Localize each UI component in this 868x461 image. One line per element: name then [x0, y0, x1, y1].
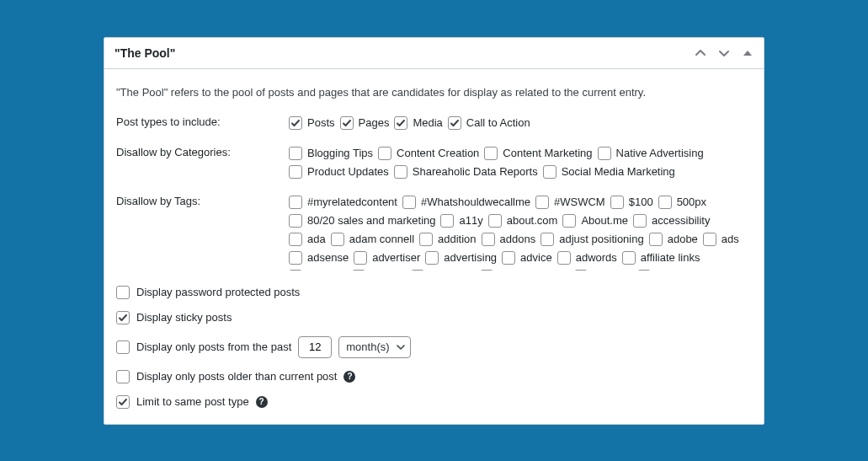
categories-list-item: Social Media Marketing: [543, 164, 675, 180]
help-icon[interactable]: ?: [256, 396, 268, 408]
checkbox[interactable]: [440, 214, 454, 228]
past-unit-value: month(s): [346, 340, 389, 353]
checkbox-label: Native Advertising: [616, 146, 704, 161]
checkbox[interactable]: [482, 233, 495, 246]
checkbox[interactable]: [425, 251, 439, 265]
move-down-icon[interactable]: [718, 47, 730, 59]
past-number-input[interactable]: [298, 336, 332, 358]
tags-list-item: affiliates: [289, 269, 347, 271]
checkbox[interactable]: [378, 147, 391, 160]
checkbox[interactable]: [289, 270, 302, 271]
same-type-label: Limit to same post type: [136, 395, 249, 408]
checkbox[interactable]: [331, 233, 344, 246]
checkbox[interactable]: [574, 270, 588, 271]
sticky-checkbox[interactable]: [116, 311, 130, 324]
checkbox-label: Posts: [307, 115, 335, 131]
checkbox-label: Shareaholic Data Reports: [413, 164, 538, 180]
checkbox[interactable]: [633, 214, 647, 228]
categories-list-item: Native Advertising: [598, 146, 704, 161]
post-types-list: PostsPagesMediaCall to Action: [289, 115, 752, 131]
checkbox[interactable]: [402, 196, 416, 209]
tags-list-item: affiliate links: [622, 250, 700, 265]
tags-list-item: a11y: [440, 213, 482, 228]
past-checkbox[interactable]: [116, 340, 130, 354]
categories-list-item: Shareaholic Data Reports: [394, 164, 538, 180]
tags-list-item: american express: [637, 269, 743, 271]
checkbox-label: Social Media Marketing: [562, 164, 675, 180]
checkbox[interactable]: [448, 116, 461, 130]
panel-header-actions: [695, 47, 754, 59]
checkbox[interactable]: [622, 251, 636, 265]
checkbox[interactable]: [637, 270, 651, 271]
checkbox[interactable]: [480, 270, 493, 271]
checkbox[interactable]: [289, 165, 302, 179]
checkbox[interactable]: [419, 233, 433, 246]
chevron-down-icon: [397, 343, 405, 351]
tags-label: Disallow by Tags:: [116, 195, 289, 207]
checkbox[interactable]: [289, 233, 302, 246]
older-than-checkbox[interactable]: [116, 370, 130, 383]
password-protected-checkbox[interactable]: [116, 286, 130, 299]
checkbox[interactable]: [411, 270, 424, 271]
checkbox[interactable]: [543, 165, 556, 179]
post-types-list-item: Call to Action: [448, 115, 530, 131]
checkbox[interactable]: [658, 196, 672, 209]
tags-list-item: 80/20 sales and marketing: [289, 213, 435, 228]
checkbox-label: affiliate links: [641, 250, 700, 265]
post-types-list-item: Media: [394, 115, 442, 131]
checkbox[interactable]: [610, 196, 624, 209]
checkbox[interactable]: [535, 196, 549, 209]
checkbox[interactable]: [289, 147, 302, 160]
checkbox[interactable]: [562, 214, 576, 228]
checkbox-label: $100: [629, 195, 653, 210]
tags-list-item: advertiser: [354, 250, 420, 265]
checkbox-label: algorithm: [429, 269, 474, 271]
same-type-checkbox[interactable]: [116, 395, 130, 409]
checkbox-label: 80/20 sales and marketing: [307, 213, 435, 228]
post-types-label: Post types to include:: [116, 115, 289, 128]
checkbox[interactable]: [394, 165, 407, 179]
checkbox[interactable]: [484, 147, 498, 160]
tags-list: #myrelatedcontent#Whatshouldwecallme#WSW…: [289, 195, 752, 271]
checkbox[interactable]: [354, 251, 367, 265]
checkbox[interactable]: [541, 233, 554, 246]
tags-list-item: accessibility: [633, 213, 710, 228]
tags-list-item: advertising: [425, 250, 497, 265]
checkbox[interactable]: [394, 116, 407, 130]
checkbox[interactable]: [598, 147, 611, 160]
tags-list-item: adjust positioning: [541, 232, 643, 247]
checkbox[interactable]: [703, 233, 716, 246]
panel-title: "The Pool": [114, 46, 175, 60]
tags-list-item: #WSWCM: [535, 195, 605, 210]
checkbox[interactable]: [557, 251, 571, 265]
past-unit-select[interactable]: month(s): [338, 336, 410, 358]
checkbox-label: Media: [413, 115, 442, 131]
checkbox[interactable]: [289, 251, 302, 265]
checkbox-label: #Whatshouldwecallme: [421, 195, 530, 210]
checkbox-label: a11y: [459, 213, 482, 228]
checkbox-label: adobe: [668, 232, 698, 247]
older-than-row: Display only posts older than current po…: [116, 370, 752, 383]
collapse-icon[interactable]: [742, 47, 754, 59]
checkbox[interactable]: [352, 270, 365, 271]
checkbox[interactable]: [502, 251, 515, 265]
checkbox-label: Content Creation: [397, 146, 479, 161]
move-up-icon[interactable]: [695, 47, 706, 59]
sticky-label: Display sticky posts: [136, 311, 232, 324]
checkbox-label: agency: [370, 269, 406, 271]
checkbox-label: Blogging Tips: [307, 146, 373, 161]
tags-list-item: about.com: [488, 213, 558, 228]
checkbox[interactable]: [289, 214, 302, 228]
tags-list-item: adwords: [557, 250, 617, 265]
checkbox-label: american express: [656, 269, 743, 271]
help-icon[interactable]: ?: [343, 371, 355, 383]
checkbox[interactable]: [340, 116, 354, 130]
past-label: Display only posts from the past: [136, 340, 291, 353]
checkbox-label: 500px: [677, 195, 706, 210]
checkbox[interactable]: [289, 116, 302, 130]
checkbox[interactable]: [289, 196, 302, 209]
checkbox[interactable]: [488, 214, 502, 228]
checkbox[interactable]: [649, 233, 663, 246]
tags-list-item: ada: [289, 232, 326, 247]
sticky-row: Display sticky posts: [116, 311, 752, 324]
